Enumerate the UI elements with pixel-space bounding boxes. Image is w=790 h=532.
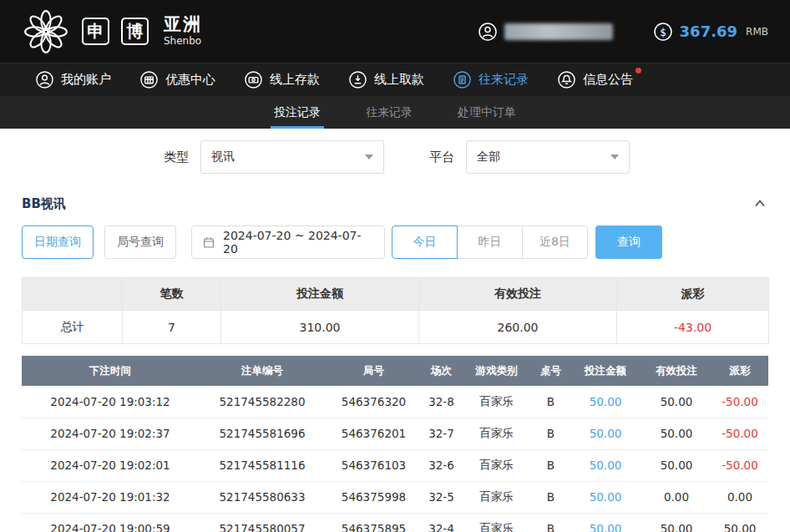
table-cell: 521745580057 (199, 513, 326, 532)
table-cell: 0.00 (712, 481, 768, 513)
user-account-chip[interactable] (478, 22, 613, 42)
main-nav: 我的账户优惠中心线上存款线上取款往来记录信息公告 (0, 63, 790, 96)
filter-row: 类型 视讯 平台 全部 (0, 129, 790, 184)
table-cell: 50.00 (641, 449, 712, 481)
search-button[interactable]: 查询 (595, 225, 662, 259)
table-cell: 546376320 (326, 386, 422, 418)
balance-display[interactable]: $ 367.69 RMB (653, 22, 768, 42)
summary-total-row: 总计 7 310.00 260.00 -43.00 (23, 311, 769, 344)
nav-item-label: 线上取款 (374, 72, 424, 88)
table-cell: 2024-07-20 19:01:32 (22, 481, 199, 513)
nav-item-label: 线上存款 (270, 72, 320, 88)
table-cell[interactable]: 50.00 (570, 481, 641, 513)
table-cell[interactable]: 50.00 (570, 449, 641, 481)
platform-select-value: 全部 (477, 149, 500, 165)
bet-table-head-row: 下注时间注单编号局号场次游戏类别桌号投注金额有效投注派彩 (22, 356, 768, 386)
table-row: 2024-07-20 19:03:12521745582280546376320… (22, 386, 768, 418)
type-select-value: 视讯 (211, 149, 235, 165)
type-filter-label: 类型 (164, 149, 189, 165)
table-cell: 32-6 (422, 449, 461, 481)
bet-table-header: 派彩 (712, 356, 768, 386)
table-cell: 50.00 (641, 386, 712, 418)
table-cell: -50.00 (712, 418, 768, 449)
tab-transfer-records[interactable]: 往来记录 (357, 96, 421, 129)
nav-item-label: 优惠中心 (165, 72, 215, 88)
nav-item-promotions[interactable]: 优惠中心 (139, 70, 215, 89)
dollar-icon: $ (653, 22, 673, 42)
platform-filter-label: 平台 (429, 149, 454, 165)
table-cell: B (532, 418, 570, 449)
table-cell: B (532, 481, 570, 513)
table-cell: B (532, 449, 570, 481)
summary-count: 7 (123, 311, 221, 344)
summary-header: 笔数 (123, 278, 221, 311)
bet-records-table: 下注时间注单编号局号场次游戏类别桌号投注金额有效投注派彩 2024-07-20 … (22, 356, 768, 532)
round-query-button[interactable]: 局号查询 (104, 225, 176, 259)
platform-select[interactable]: 全部 (466, 140, 630, 174)
bet-table-header: 桌号 (532, 356, 570, 386)
nav-item-deposit[interactable]: 线上存款 (244, 70, 320, 89)
summary-payout: -43.00 (617, 311, 769, 344)
table-cell: 2024-07-20 19:03:12 (22, 386, 199, 418)
notification-dot (636, 68, 641, 73)
table-cell: 546376201 (326, 418, 422, 449)
svg-text:$: $ (660, 26, 666, 38)
table-cell: 521745581696 (199, 418, 326, 449)
user-icon (478, 22, 498, 42)
summary-total-label: 总计 (23, 311, 123, 344)
table-row: 2024-07-20 19:00:59521745580057546375895… (22, 513, 768, 532)
table-cell: 546375998 (326, 481, 422, 513)
logo-region-text: 亚洲 (164, 15, 202, 34)
chevron-up-icon[interactable] (752, 195, 768, 212)
yesterday-button[interactable]: 昨日 (457, 225, 523, 259)
calendar-icon (202, 236, 215, 249)
type-select[interactable]: 视讯 (200, 140, 384, 174)
bet-table-header: 局号 (326, 356, 422, 386)
nav-item-label: 我的账户 (61, 72, 111, 88)
nav-item-withdraw[interactable]: 线上取款 (348, 70, 424, 89)
nav-item-label: 往来记录 (479, 72, 529, 88)
table-cell[interactable]: 50.00 (570, 386, 641, 418)
nav-item-records[interactable]: 往来记录 (453, 70, 529, 89)
table-cell: 百家乐 (461, 418, 532, 449)
table-cell: 百家乐 (461, 513, 532, 532)
date-range-input[interactable]: 2024-07-20 ~ 2024-07-20 (191, 225, 385, 259)
nav-item-account[interactable]: 我的账户 (35, 70, 111, 89)
today-button[interactable]: 今日 (392, 225, 458, 259)
table-cell: 32-4 (422, 513, 461, 532)
top-header: 申 博 亚洲 Shenbo $ 367.69 RMB (0, 0, 790, 63)
summary-bet-amount: 310.00 (221, 311, 419, 344)
site-logo[interactable]: 申 博 亚洲 Shenbo (22, 8, 202, 56)
chevron-down-icon (610, 155, 619, 160)
table-cell: 32-8 (422, 386, 461, 418)
tab-pending-orders[interactable]: 处理中订单 (449, 96, 524, 129)
table-cell[interactable]: 50.00 (570, 418, 641, 449)
table-row: 2024-07-20 19:02:37521745581696546376201… (22, 418, 768, 449)
balance-amount: 367.69 (680, 23, 737, 40)
record-tabs: 投注记录往来记录处理中订单 (0, 96, 790, 129)
tab-bet-records[interactable]: 投注记录 (266, 96, 329, 129)
bet-table-header: 注单编号 (199, 356, 326, 386)
nav-item-announcements[interactable]: 信息公告 (557, 70, 633, 89)
records-icon (453, 70, 472, 89)
notice-icon (557, 70, 576, 89)
logo-char-box: 博 (121, 18, 149, 45)
last-8-days-button[interactable]: 近8日 (522, 225, 588, 259)
table-cell: 50.00 (641, 513, 712, 532)
logo-char-box: 申 (82, 18, 109, 45)
bet-table-header: 游戏类别 (461, 356, 532, 386)
date-query-button[interactable]: 日期查询 (22, 225, 94, 259)
balance-currency: RMB (746, 26, 768, 38)
nav-item-label: 信息公告 (583, 72, 633, 88)
table-cell: B (532, 513, 570, 532)
bet-table-header: 场次 (422, 356, 461, 386)
bet-table-header: 下注时间 (22, 356, 199, 386)
summary-table: 笔数 投注金额 有效投注 派彩 总计 7 310.00 260.00 -43.0… (22, 277, 769, 344)
summary-valid-bet: 260.00 (419, 311, 617, 344)
bet-table-body: 2024-07-20 19:03:12521745582280546376320… (22, 386, 768, 532)
table-row: 2024-07-20 19:02:01521745581116546376103… (22, 449, 768, 481)
table-cell: 2024-07-20 19:02:01 (22, 449, 199, 481)
summary-header: 派彩 (617, 278, 769, 311)
table-cell[interactable]: 50.00 (570, 513, 641, 532)
section-header: BB视讯 (0, 184, 790, 222)
